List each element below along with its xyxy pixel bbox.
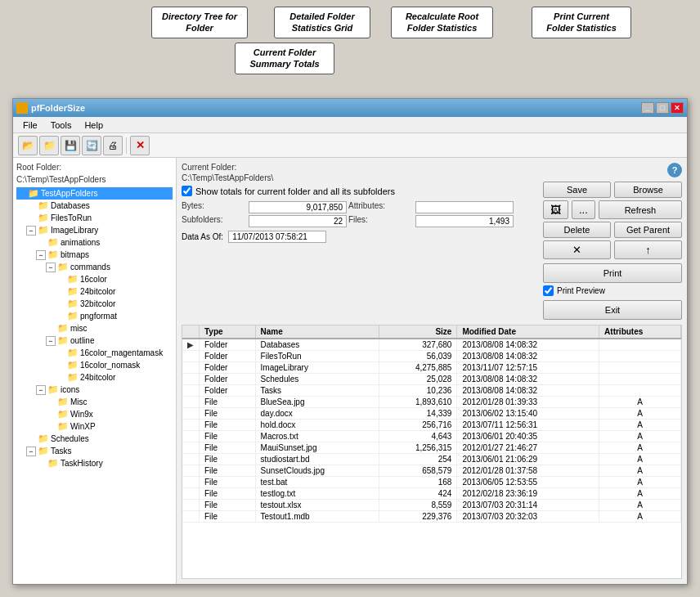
row-arrow <box>182 420 200 431</box>
browse-button[interactable]: Browse <box>614 182 682 198</box>
toolbar-refresh-button[interactable]: 🔄 <box>82 136 101 155</box>
close-button[interactable]: ✕ <box>671 102 684 114</box>
tree-item[interactable]: 📁16color <box>16 273 173 285</box>
toolbar-close-button[interactable]: ✕ <box>130 136 150 155</box>
folder-icon: 📁 <box>38 446 49 456</box>
title-bar-left: pfFolderSize <box>16 102 85 114</box>
table-row[interactable]: Filehold.docx256,7162013/07/11 12:56:31A <box>182 420 681 431</box>
up-arrow-button[interactable]: ↑ <box>614 240 682 259</box>
table-row[interactable]: FolderSchedules25,0282013/08/08 14:08:32 <box>182 374 681 385</box>
maximize-button[interactable]: □ <box>656 102 669 114</box>
tree-item[interactable]: 📁pngformat <box>16 310 173 322</box>
tree-item[interactable]: 📁TestAppFolders <box>16 187 173 200</box>
row-modified: 2012/01/27 21:46:27 <box>457 442 599 454</box>
table-row[interactable]: FileMacros.txt4,6432013/06/01 20:40:35A <box>182 431 681 442</box>
folder-icon: 📁 <box>38 225 49 236</box>
row-attr: A <box>599 477 681 488</box>
tree-item[interactable]: 📁16color_nomask <box>16 359 173 371</box>
tree-item[interactable]: 📁Schedules <box>16 433 173 445</box>
tree-item[interactable]: −📁Tasks <box>16 445 173 457</box>
image-button[interactable]: 🖼 <box>543 200 568 219</box>
table-row[interactable]: FileBlueSea.jpg1,893,6102012/01/28 01:39… <box>182 397 681 408</box>
delete-icon-button[interactable]: ✕ <box>543 240 611 259</box>
row-arrow <box>182 374 200 385</box>
tree-item[interactable]: 📁TaskHistory <box>16 457 173 469</box>
table-row[interactable]: Filetestlog.txt4242012/02/18 23:36:19A <box>182 488 681 500</box>
delete-button[interactable]: Delete <box>543 222 611 238</box>
table-row[interactable]: ▶FolderDatabases327,6802013/08/08 14:08:… <box>182 339 681 351</box>
row-modified: 2012/01/28 01:39:33 <box>457 397 599 408</box>
table-row[interactable]: FileTestout1.mdb229,3762013/07/03 20:32:… <box>182 511 681 523</box>
tree-item[interactable]: 📁misc <box>16 322 173 334</box>
toolbar-new-folder-button[interactable]: 📁 <box>39 136 59 155</box>
tree-item[interactable]: 📁24bitcolor <box>16 371 173 384</box>
row-arrow <box>182 488 200 500</box>
table-row[interactable]: Fileday.docx14,3392013/06/02 13:15:40A <box>182 408 681 420</box>
table-row[interactable]: Filetest.bat1682013/06/05 12:53:55A <box>182 477 681 488</box>
row-attr: A <box>599 511 681 523</box>
folder-icon: 📁 <box>57 409 69 420</box>
menu-help[interactable]: Help <box>78 119 110 132</box>
toolbar-open-button[interactable]: 📂 <box>18 136 38 155</box>
table-row[interactable]: Filestudiostart.bd2542013/06/01 21:06:29… <box>182 454 681 465</box>
exit-button[interactable]: Exit <box>543 300 682 320</box>
menu-tools[interactable]: Tools <box>44 119 79 132</box>
tree-item[interactable]: 📁animations <box>16 236 173 249</box>
refresh-button[interactable]: Refresh <box>599 200 682 219</box>
tree-item[interactable]: 📁16color_magentamask <box>16 347 173 359</box>
row-attr: A <box>599 420 681 431</box>
folder-icon: 📁 <box>47 237 59 248</box>
tree-item[interactable]: 📁32bitcolor <box>16 298 173 310</box>
table-row[interactable]: FolderTasks10,2362013/08/08 14:08:32 <box>182 385 681 397</box>
tree-item[interactable]: −📁outline <box>16 334 173 347</box>
tree-item[interactable]: −📁ImageLibrary <box>16 224 173 236</box>
tree-item[interactable]: 📁Misc <box>16 396 173 408</box>
tree-item-label: outline <box>70 336 94 345</box>
table-row[interactable]: Filetestout.xlsx8,5592013/07/03 20:31:14… <box>182 500 681 511</box>
tree-toggle[interactable]: − <box>26 226 36 236</box>
table-row[interactable]: FolderFilesToRun56,0392013/08/08 14:08:3… <box>182 351 681 362</box>
tree-toggle[interactable]: − <box>46 336 56 346</box>
tree-item[interactable]: −📁icons <box>16 384 173 396</box>
help-button[interactable]: ? <box>667 163 682 177</box>
tree-item[interactable]: 📁24bitcolor <box>16 285 173 298</box>
table-row[interactable]: FolderImageLibrary4,275,8852013/11/07 12… <box>182 362 681 374</box>
row-size: 658,579 <box>379 465 457 477</box>
show-totals-checkbox[interactable] <box>182 186 192 196</box>
col-modified: Modified Date <box>457 325 599 339</box>
col-name: Name <box>255 325 379 339</box>
print-preview-checkbox[interactable] <box>543 285 554 296</box>
table-row[interactable]: FileMauiSunset.jpg1,256,3152012/01/27 21… <box>182 442 681 454</box>
tree-item[interactable]: −📁bitmaps <box>16 249 173 261</box>
ellipsis-button[interactable]: ... <box>572 200 595 219</box>
table-row[interactable]: FileSunsetClouds.jpg658,5792012/01/28 01… <box>182 465 681 477</box>
tree-item[interactable]: 📁WinXP <box>16 420 173 433</box>
tree-item[interactable]: −📁commands <box>16 261 173 273</box>
save-button[interactable]: Save <box>543 182 611 198</box>
row-name: testout.xlsx <box>255 500 379 511</box>
tree-item[interactable]: 📁FilesToRun <box>16 212 173 224</box>
tree-item-label: TestAppFolders <box>41 189 97 198</box>
row-name: ImageLibrary <box>255 362 379 374</box>
print-button[interactable]: Print <box>543 263 682 283</box>
row-size: 4,643 <box>379 431 457 442</box>
toolbar-save-button[interactable]: 💾 <box>61 136 80 155</box>
row-type: File <box>200 465 256 477</box>
tree-toggle[interactable]: − <box>46 263 56 272</box>
toolbar-print-button[interactable]: 🖨 <box>103 136 123 155</box>
get-parent-button[interactable]: Get Parent <box>614 222 682 238</box>
tree-toggle[interactable]: − <box>36 385 46 395</box>
tree-toggle[interactable]: − <box>36 250 46 260</box>
minimize-button[interactable]: _ <box>641 102 654 114</box>
folder-icon: 📁 <box>57 397 69 407</box>
tree-item[interactable]: 📁Databases <box>16 200 173 212</box>
right-top: Current Folder: C:\Temp\TestAppFolders\ … <box>182 163 682 320</box>
folder-icon: 📁 <box>57 262 69 272</box>
tree-item[interactable]: 📁Win9x <box>16 408 173 420</box>
folder-icon: 📁 <box>67 298 79 309</box>
menu-file[interactable]: File <box>16 119 44 132</box>
tree-toggle[interactable]: − <box>26 447 36 456</box>
folder-info: Current Folder: C:\Temp\TestAppFolders\ … <box>182 163 538 320</box>
tree-item-label: 32bitcolor <box>80 299 115 308</box>
root-folder-path: C:\Temp\TestAppFolders <box>16 175 173 184</box>
